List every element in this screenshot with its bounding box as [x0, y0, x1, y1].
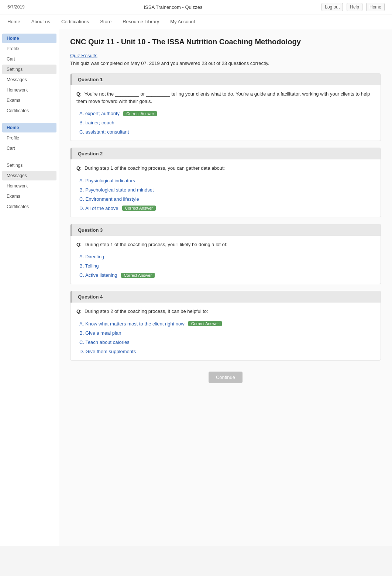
- question-3-body: Q: During step 1 of the coaching process…: [71, 236, 381, 284]
- q4-correct-badge: Correct Answer: [188, 321, 222, 326]
- q2-correct-badge: Correct Answer: [122, 206, 156, 211]
- q4-option-b: B. Give a meal plan: [79, 329, 375, 337]
- date-label: 5/7/2019: [7, 4, 25, 10]
- sidebar-item-settings[interactable]: Settings: [2, 65, 56, 74]
- sidebar-item-certificates[interactable]: Certificates: [2, 106, 56, 115]
- question-4-text: Q: During step 2 of the coaching process…: [76, 308, 375, 315]
- question-4-header: Question 4: [71, 291, 381, 303]
- q3-option-c: C. Active listening Correct Answer: [79, 271, 375, 279]
- nav-home[interactable]: Home: [7, 17, 20, 26]
- q3-option-b: B. Telling: [79, 262, 375, 270]
- sidebar-item-exams[interactable]: Exams: [2, 96, 56, 105]
- question-2-header: Question 2: [71, 148, 381, 159]
- sidebar-item-homework[interactable]: Homework: [2, 85, 56, 95]
- q3-correct-badge: Correct Answer: [121, 273, 155, 278]
- q1-option-a: A. expert; authority Correct Answer: [79, 109, 375, 118]
- top-actions: Log outHelpHome: [321, 3, 385, 11]
- main-content: CNC Quiz 11 - Unit 10 - The ISSA Nutriti…: [59, 29, 392, 546]
- nav-resource[interactable]: Resource Library: [123, 17, 159, 26]
- q1-correct-badge: Correct Answer: [123, 111, 157, 116]
- site-title: ISSA Trainer.com - Quizzes: [144, 4, 203, 10]
- bottom-nav: Continue: [70, 372, 381, 383]
- q1-option-b: B. trainer; coach: [79, 118, 375, 127]
- question-1-header: Question 1: [71, 74, 381, 85]
- q3-option-a: A. Directing: [79, 252, 375, 261]
- q4-option-a: A. Know what matters most to the client …: [79, 320, 375, 328]
- q2-option-a: A. Physiological indicators: [79, 176, 375, 185]
- topbar-action-0[interactable]: Log out: [321, 3, 343, 11]
- question-1-block: Question 1 Q: You're not the _________ o…: [70, 73, 381, 141]
- quiz-title: CNC Quiz 11 - Unit 10 - The ISSA Nutriti…: [70, 37, 381, 47]
- q2-option-c: C. Environment and lifestyle: [79, 195, 375, 203]
- question-3-text: Q: During step 1 of the coaching process…: [76, 241, 375, 248]
- sidebar-item-certificates2[interactable]: Certificates: [2, 202, 56, 211]
- sidebar-item-home2[interactable]: Home: [2, 123, 56, 132]
- nav-account[interactable]: My Account: [170, 17, 195, 26]
- question-1-body: Q: You're not the _________ or _________…: [71, 85, 381, 141]
- question-4-body: Q: During step 2 of the coaching process…: [71, 303, 381, 360]
- question-3-header: Question 3: [71, 224, 381, 236]
- question-2-text: Q: During step 1 of the coaching process…: [76, 165, 375, 172]
- sidebar-item-settings2[interactable]: Settings: [2, 161, 56, 170]
- sidebar-item-profile2[interactable]: Profile: [2, 133, 56, 143]
- sidebar-item-profile[interactable]: Profile: [2, 44, 56, 54]
- nav-bar: Home About us Certifications Store Resou…: [0, 14, 392, 29]
- topbar-action-1[interactable]: Help: [347, 3, 362, 11]
- quiz-results-link[interactable]: Quiz Results: [70, 53, 381, 58]
- sidebar-item-messages[interactable]: Messages: [2, 75, 56, 84]
- sidebar-item-cart[interactable]: Cart: [2, 54, 56, 64]
- nav-store[interactable]: Store: [100, 17, 111, 26]
- continue-button[interactable]: Continue: [209, 372, 243, 383]
- topbar-action-2[interactable]: Home: [366, 3, 385, 11]
- question-3-block: Question 3 Q: During step 1 of the coach…: [70, 224, 381, 284]
- question-4-block: Question 4 Q: During step 2 of the coach…: [70, 291, 381, 361]
- question-2-body: Q: During step 1 of the coaching process…: [71, 159, 381, 217]
- q2-option-d: D. All of the above Correct Answer: [79, 204, 375, 213]
- quiz-completed-text: This quiz was completed on May 07, 2019 …: [70, 61, 381, 66]
- nav-certifications[interactable]: Certifications: [61, 17, 89, 26]
- nav-about[interactable]: About us: [31, 17, 50, 26]
- sidebar-item-messages2[interactable]: Messages: [2, 171, 56, 180]
- sidebar-item-cart2[interactable]: Cart: [2, 144, 56, 153]
- question-1-text: Q: You're not the _________ or _________…: [76, 90, 375, 105]
- sidebar: Home Profile Cart Settings Messages Home…: [0, 29, 59, 546]
- sidebar-item-homework2[interactable]: Homework: [2, 181, 56, 191]
- q4-option-c: C. Teach about calories: [79, 338, 375, 346]
- layout: Home Profile Cart Settings Messages Home…: [0, 29, 392, 546]
- q1-option-c: C. assistant; consultant: [79, 128, 375, 136]
- sidebar-item-exams2[interactable]: Exams: [2, 192, 56, 201]
- q2-option-b: B. Psychological state and mindset: [79, 186, 375, 194]
- q4-option-d: D. Give them supplements: [79, 347, 375, 356]
- top-bar: 5/7/2019 ISSA Trainer.com - Quizzes Log …: [0, 0, 392, 14]
- question-2-block: Question 2 Q: During step 1 of the coach…: [70, 148, 381, 217]
- sidebar-item-home[interactable]: Home: [2, 34, 56, 43]
